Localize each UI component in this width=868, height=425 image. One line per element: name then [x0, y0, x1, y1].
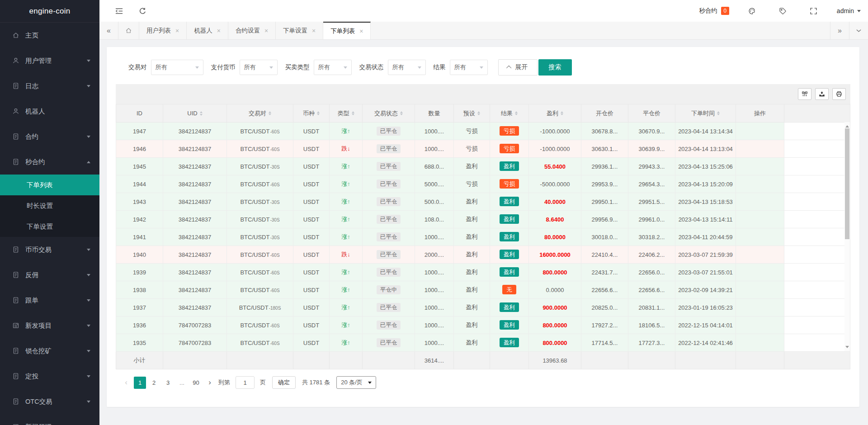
- export-button[interactable]: [815, 88, 829, 100]
- scroll-down-icon[interactable]: [845, 346, 849, 350]
- print-button[interactable]: [832, 88, 846, 100]
- page-button-90[interactable]: 90: [190, 377, 202, 389]
- type-cell: 涨↑: [330, 334, 363, 352]
- scroll-tabs-right-button[interactable]: »: [830, 22, 849, 39]
- filter-select-trade-status[interactable]: 所有: [388, 60, 426, 75]
- collapse-sidebar-icon[interactable]: [111, 3, 127, 19]
- result-cell: 亏损: [490, 123, 529, 140]
- tag-icon[interactable]: [775, 3, 791, 19]
- col-header-filler: [784, 104, 850, 123]
- chevron-down-icon: [368, 382, 372, 384]
- prev-page-button[interactable]: ‹: [121, 378, 131, 387]
- close-price-cell: 29961.0...: [628, 211, 675, 228]
- sidebar-subitem-order-settings[interactable]: 下单设置: [0, 216, 99, 237]
- tab-order-settings[interactable]: 下单设置×: [276, 22, 323, 39]
- close-icon[interactable]: ×: [312, 28, 316, 34]
- sidebar-item-lock-mining[interactable]: 锁仓挖矿: [0, 338, 99, 364]
- tab-order-list[interactable]: 下单列表×: [323, 22, 371, 39]
- sidebar-item-logs[interactable]: 日志: [0, 73, 99, 99]
- col-header-pair[interactable]: 交易对: [227, 104, 293, 123]
- close-icon[interactable]: ×: [175, 28, 179, 34]
- sort-icon[interactable]: [477, 110, 480, 117]
- sidebar-subitem-order-list[interactable]: 下单列表: [0, 175, 99, 195]
- tabs-menu-button[interactable]: [849, 22, 868, 39]
- sidebar-item-user-mgmt[interactable]: 用户管理: [0, 48, 99, 73]
- sidebar-item-copy-trade[interactable]: 跟单: [0, 288, 99, 313]
- page-button-2[interactable]: 2: [148, 377, 160, 389]
- col-header-uid[interactable]: UID: [163, 104, 227, 123]
- seconds-contract-shortcut[interactable]: 秒合约 0: [699, 7, 729, 15]
- coin-cell: USDT: [293, 158, 330, 175]
- sidebar-subitem-duration-settings[interactable]: 时长设置: [0, 195, 99, 216]
- sidebar-item-home[interactable]: 主页: [0, 23, 99, 48]
- confirm-button[interactable]: 确定: [272, 376, 296, 389]
- sidebar-item-news-mgmt[interactable]: 新闻管理: [0, 414, 99, 425]
- fullscreen-icon[interactable]: [806, 3, 821, 19]
- tab-user-list[interactable]: 用户列表×: [139, 22, 187, 39]
- filter-select-pay-coin[interactable]: 所有: [240, 60, 278, 75]
- filter-select-pair[interactable]: 所有: [151, 60, 203, 75]
- profit-cell: 55.0400: [529, 158, 581, 175]
- sort-icon[interactable]: [561, 110, 563, 117]
- tab-home[interactable]: [118, 22, 139, 39]
- search-button[interactable]: 搜索: [538, 59, 572, 76]
- table-scrollbar[interactable]: [844, 122, 850, 351]
- preset-cell: 盈利: [454, 158, 490, 175]
- col-header-trade-status[interactable]: 交易状态: [363, 104, 415, 123]
- col-header-preset[interactable]: 预设: [454, 104, 490, 123]
- order-time-cell: 2023-02-09 14:39:21: [675, 281, 736, 299]
- sidebar-item-new-projects[interactable]: 新发项目: [0, 313, 99, 338]
- page-size-select[interactable]: 20 条/页: [336, 376, 376, 389]
- sort-icon[interactable]: [515, 110, 518, 117]
- refresh-icon[interactable]: [135, 3, 150, 19]
- next-page-button[interactable]: ›: [205, 378, 215, 387]
- sort-icon[interactable]: [269, 110, 271, 117]
- col-header-result[interactable]: 结果: [490, 104, 529, 123]
- scrollbar-thumb[interactable]: [845, 128, 849, 239]
- sort-icon[interactable]: [317, 110, 320, 117]
- news-icon: [12, 423, 19, 425]
- theme-palette-icon[interactable]: [745, 3, 760, 19]
- sidebar-item-auto-invest[interactable]: 定投: [0, 364, 99, 389]
- order-list-card: 交易对所有支付货币所有买卖类型所有交易状态所有结果所有 展开 搜索: [107, 47, 859, 407]
- scroll-tabs-left-button[interactable]: «: [99, 22, 118, 39]
- chevron-down-icon: [87, 274, 90, 276]
- col-header-coin[interactable]: 币种: [293, 104, 330, 123]
- col-header-order-time[interactable]: 下单时间: [675, 104, 736, 123]
- pair-cell: BTC/USDT-30S: [227, 158, 293, 175]
- tab-contract-settings[interactable]: 合约设置×: [228, 22, 276, 39]
- sidebar-item-coin-trade[interactable]: 币币交易: [0, 237, 99, 262]
- expand-filters-button[interactable]: 展开: [498, 59, 538, 76]
- tab-label: 下单设置: [283, 27, 307, 35]
- close-price-cell: 22406.2...: [628, 246, 675, 264]
- filter-select-result[interactable]: 所有: [450, 60, 488, 75]
- close-icon[interactable]: ×: [359, 28, 363, 34]
- sidebar-item-seconds-contract[interactable]: 秒合约: [0, 149, 99, 175]
- sidebar-item-rebate[interactable]: 反佣: [0, 262, 99, 288]
- coin-cell: USDT: [293, 316, 330, 334]
- page-buttons: 123...90: [133, 377, 203, 389]
- scroll-up-icon[interactable]: [845, 123, 849, 128]
- page-jump-input[interactable]: [236, 376, 255, 389]
- sort-icon[interactable]: [200, 110, 203, 117]
- col-header-type[interactable]: 类型: [330, 104, 363, 123]
- user-menu[interactable]: admin: [837, 7, 861, 14]
- columns-filter-button[interactable]: [798, 88, 811, 100]
- actions-cell: [736, 193, 784, 211]
- sort-icon[interactable]: [352, 110, 354, 117]
- table-row: 19453842124837BTC/USDT-30SUSDT涨↑已平仓688.0…: [116, 158, 850, 175]
- page-button-3[interactable]: 3: [162, 377, 174, 389]
- tab-robot[interactable]: 机器人×: [187, 22, 228, 39]
- page-button-1[interactable]: 1: [134, 377, 146, 389]
- sort-icon[interactable]: [717, 110, 720, 117]
- sidebar-item-otc[interactable]: OTC交易: [0, 389, 99, 414]
- close-icon[interactable]: ×: [217, 28, 221, 34]
- topbar: 秒合约 0 admin: [99, 0, 868, 22]
- col-header-profit[interactable]: 盈利: [529, 104, 581, 123]
- sidebar-item-robot[interactable]: 机器人: [0, 99, 99, 124]
- sidebar-item-contract[interactable]: 合约: [0, 124, 99, 149]
- sort-icon[interactable]: [400, 110, 403, 117]
- close-icon[interactable]: ×: [264, 28, 268, 34]
- result-cell: 盈利: [490, 316, 529, 334]
- filter-select-trade-type[interactable]: 所有: [314, 60, 352, 75]
